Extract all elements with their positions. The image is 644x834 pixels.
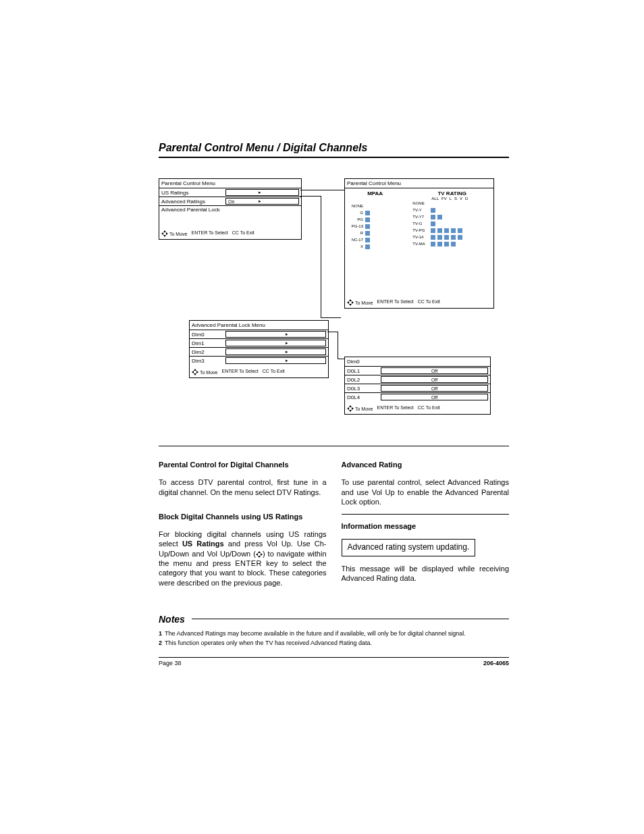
page-title: Parental Control Menu / Digital Channels [159,142,509,158]
mpaa-header: MPAA [347,190,403,197]
hint-cc: CC To Exit [418,299,440,306]
text-body: Parental Control for Digital Channels To… [159,446,509,595]
hint-enter: ENTER To Select [191,230,227,237]
tv-list: NONE TV-Y TV-Y7 TV-G TV-PG TV-14 TV-MA [412,201,491,246]
h-parental-digital: Parental Control for Digital Channels [159,460,327,469]
panel-dim0: Dim0 D0L1Off D0L2Off D0L3Off D0L4Off To … [344,357,491,415]
dpad-icon [161,230,168,237]
row-d0l1: D0L1 [347,368,381,374]
panel2-title: Parental Control Menu [345,179,493,188]
panel4-title: Dim0 [345,357,490,367]
panel-advlock: Advanced Parental Lock Menu Dim0▸ Dim1▸ … [189,320,329,378]
footer: Page 38 206-4065 [159,657,509,667]
row-dim2: Dim2 [192,349,225,355]
mpaa-list: NONE G PG PG-13 R NC-17 X [347,203,403,249]
hint-cc: CC To Exit [263,369,285,375]
panel-parental-menu: Parental Control Menu US Ratings▸ Advanc… [159,178,302,240]
hint-enter: ENTER To Select [377,299,413,306]
dpad-icon [256,551,263,558]
doc-number: 206-4065 [483,660,509,667]
notes-list: 1The Advanced Ratings may become availab… [159,630,509,646]
row-advratings: Advanced Ratings [161,199,225,205]
field-advratings: On▸ [225,198,299,205]
hint-move: To Move [200,370,217,375]
p1: To access DTV parental control, first tu… [159,477,327,497]
field-usratings: ▸ [225,189,299,196]
row-d0l2: D0L2 [347,377,381,383]
notes-title: Notes [159,614,185,625]
hint-cc: CC To Exit [232,230,254,237]
hint-enter: ENTER To Select [377,405,413,412]
p-info: This message will be displayed while rec… [342,564,510,583]
note-2: This function operates only when the TV … [165,640,372,646]
row-dim1: Dim1 [192,340,225,346]
h-block-us: Block Digital Channels using US Ratings [159,512,327,521]
note-1: The Advanced Ratings may become availabl… [165,630,466,637]
p2: For blocking digital channels using US r… [159,529,327,588]
row-advlock: Advanced Parental Lock [161,207,299,213]
row-dim3: Dim3 [192,358,225,364]
tv-header: TV RATING [412,190,491,197]
notes-heading: Notes [159,614,509,625]
hint-move: To Move [169,232,187,236]
hint-enter: ENTER To Select [221,369,258,375]
hint-cc: CC To Exit [418,405,440,412]
h-info: Information message [342,521,510,531]
dpad-icon [192,369,198,375]
h-adv-rating: Advanced Rating [342,460,510,469]
hint-move: To Move [355,407,373,411]
row-dim0: Dim0 [192,332,225,338]
page-number: Page 38 [159,660,182,667]
hint-move: To Move [355,301,373,305]
dpad-icon [347,299,354,306]
row-usratings: US Ratings [161,190,225,196]
p-adv: To use parental control, select Advanced… [342,477,510,506]
diagram: Parental Control Menu US Ratings▸ Advanc… [159,178,509,435]
dpad-icon [347,405,354,412]
row-d0l4: D0L4 [347,394,381,400]
panel1-title: Parental Control Menu [159,179,301,188]
panel-usratings: Parental Control Menu MPAA NONE G PG PG-… [344,178,494,309]
row-d0l3: D0L3 [347,386,381,392]
info-box: Advanced rating system updating. [342,539,476,556]
panel3-title: Advanced Parental Lock Menu [190,321,328,330]
